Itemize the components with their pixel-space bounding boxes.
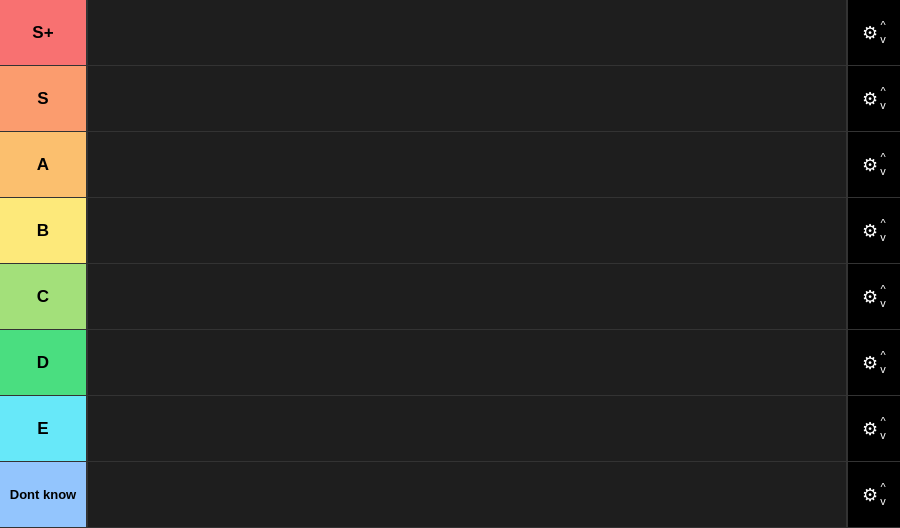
tier-label-text-sp: S+ <box>32 23 53 43</box>
tier-label-text-a: A <box>37 155 49 175</box>
down-button-e[interactable]: v <box>880 429 886 442</box>
arrow-group-c: ^v <box>880 283 886 309</box>
up-button-sp[interactable]: ^ <box>880 19 885 32</box>
tier-row-dk: Dont know⚙^v <box>0 462 900 528</box>
tier-label-text-s: S <box>37 89 48 109</box>
up-button-s[interactable]: ^ <box>880 85 885 98</box>
tier-content-d <box>88 330 848 395</box>
down-button-dk[interactable]: v <box>880 495 886 508</box>
tier-label-s: S <box>0 66 88 131</box>
tier-controls-sp: ⚙^v <box>848 0 900 65</box>
tier-content-c <box>88 264 848 329</box>
gear-icon-c[interactable]: ⚙ <box>862 288 878 306</box>
arrow-group-b: ^v <box>880 217 886 243</box>
tier-row-a: A⚙^v <box>0 132 900 198</box>
down-button-c[interactable]: v <box>880 297 886 310</box>
tier-content-b <box>88 198 848 263</box>
tier-row-c: C⚙^v <box>0 264 900 330</box>
tier-row-e: E⚙^v <box>0 396 900 462</box>
arrow-group-dk: ^v <box>880 481 886 507</box>
tier-controls-b: ⚙^v <box>848 198 900 263</box>
tier-list: S+⚙^vS⚙^vA⚙^vB⚙^vC⚙^vD⚙^vE⚙^vDont know⚙^… <box>0 0 900 528</box>
arrow-group-a: ^v <box>880 151 886 177</box>
tier-label-b: B <box>0 198 88 263</box>
tier-content-dk <box>88 462 848 527</box>
tier-controls-s: ⚙^v <box>848 66 900 131</box>
gear-icon-s[interactable]: ⚙ <box>862 90 878 108</box>
up-button-dk[interactable]: ^ <box>880 481 885 494</box>
tier-content-sp <box>88 0 848 65</box>
tier-content-e <box>88 396 848 461</box>
down-button-sp[interactable]: v <box>880 33 886 46</box>
tier-label-a: A <box>0 132 88 197</box>
down-button-a[interactable]: v <box>880 165 886 178</box>
down-button-s[interactable]: v <box>880 99 886 112</box>
tier-label-text-dk: Dont know <box>10 487 76 502</box>
tier-label-sp: S+ <box>0 0 88 65</box>
arrow-group-d: ^v <box>880 349 886 375</box>
gear-icon-a[interactable]: ⚙ <box>862 156 878 174</box>
tier-controls-e: ⚙^v <box>848 396 900 461</box>
tier-label-d: D <box>0 330 88 395</box>
tier-row-s: S⚙^v <box>0 66 900 132</box>
up-button-d[interactable]: ^ <box>880 349 885 362</box>
tier-label-dk: Dont know <box>0 462 88 527</box>
tier-content-a <box>88 132 848 197</box>
up-button-b[interactable]: ^ <box>880 217 885 230</box>
tier-controls-d: ⚙^v <box>848 330 900 395</box>
tier-label-text-d: D <box>37 353 49 373</box>
up-button-c[interactable]: ^ <box>880 283 885 296</box>
gear-icon-sp[interactable]: ⚙ <box>862 24 878 42</box>
up-button-a[interactable]: ^ <box>880 151 885 164</box>
down-button-d[interactable]: v <box>880 363 886 376</box>
tier-label-c: C <box>0 264 88 329</box>
tier-label-text-b: B <box>37 221 49 241</box>
down-button-b[interactable]: v <box>880 231 886 244</box>
tier-label-e: E <box>0 396 88 461</box>
tier-label-text-e: E <box>37 419 48 439</box>
gear-icon-e[interactable]: ⚙ <box>862 420 878 438</box>
arrow-group-s: ^v <box>880 85 886 111</box>
tier-controls-a: ⚙^v <box>848 132 900 197</box>
tier-controls-c: ⚙^v <box>848 264 900 329</box>
gear-icon-b[interactable]: ⚙ <box>862 222 878 240</box>
arrow-group-sp: ^v <box>880 19 886 45</box>
tier-row-b: B⚙^v <box>0 198 900 264</box>
tier-row-d: D⚙^v <box>0 330 900 396</box>
tier-controls-dk: ⚙^v <box>848 462 900 527</box>
gear-icon-dk[interactable]: ⚙ <box>862 486 878 504</box>
up-button-e[interactable]: ^ <box>880 415 885 428</box>
tier-content-s <box>88 66 848 131</box>
tier-label-text-c: C <box>37 287 49 307</box>
gear-icon-d[interactable]: ⚙ <box>862 354 878 372</box>
tier-row-sp: S+⚙^v <box>0 0 900 66</box>
arrow-group-e: ^v <box>880 415 886 441</box>
